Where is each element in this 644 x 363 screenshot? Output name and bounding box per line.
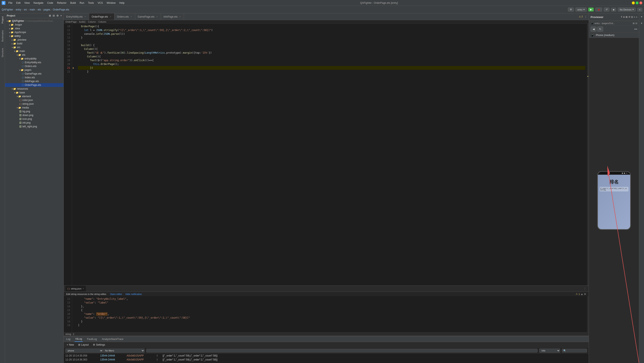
log-layout-button[interactable]: ⊞ Layout (77, 343, 90, 347)
code-content[interactable]: OrderPage(){ let l = JSON.stringify("[{\… (76, 24, 587, 286)
log-tab-analyze[interactable]: AnalyzeStackTrace (101, 336, 124, 342)
sidebar-btn-settings[interactable]: ⚙ (56, 14, 59, 17)
tree-item-root[interactable]: ▾ 📁 QAFighter C:\Users\qwe84\DevEcoStudi… (5, 19, 64, 23)
menu-build[interactable]: Build (68, 1, 78, 5)
vtab-right-1[interactable]: ▲ (640, 15, 643, 19)
tree-item-element[interactable]: ▾ 📁 element (5, 94, 64, 98)
tree-item-init-png[interactable]: 🖼 init.png (5, 121, 64, 125)
bc-orderpage[interactable]: OrderPage (66, 20, 77, 23)
hide-notification-link[interactable]: Hide notification (126, 293, 142, 295)
preview-ctrl-icon[interactable]: ⊞ (633, 22, 634, 25)
maximize-button[interactable]: □ (636, 1, 638, 4)
open-editor-link[interactable]: Open editor (110, 293, 122, 295)
breadcrumb-file[interactable]: OrderPage.ets (53, 8, 69, 11)
tree-item-entryability[interactable]: ▾ 📁 entryability (5, 57, 64, 60)
no-devices-selector[interactable]: No Devices ▾ (618, 7, 636, 11)
font-icon[interactable]: A (623, 16, 625, 18)
breadcrumb-pages[interactable]: pages (44, 8, 50, 11)
menu-refactor[interactable]: Refactor (55, 1, 68, 5)
menu-run[interactable]: Run (78, 1, 86, 5)
tree-item-pages[interactable]: ▾ 📁 pages (5, 68, 64, 72)
preview-ctrl-icon2[interactable]: ⊟ (636, 22, 637, 25)
log-add-button[interactable]: + New (66, 343, 75, 347)
tree-item-down-png[interactable]: 🖼 down.png (5, 113, 64, 117)
settings-toolbar-btn[interactable]: ⚙ (568, 7, 574, 11)
tree-item-icon-png[interactable]: 🖼 icon.png (5, 117, 64, 121)
editor-scrollbar[interactable] (587, 24, 589, 286)
tree-item-src[interactable]: ▾ 📁 src (5, 45, 64, 49)
device-selector[interactable]: entry ▾ (576, 7, 586, 11)
log-settings-button[interactable]: ⚙ Settings (92, 343, 106, 347)
log-level-select[interactable]: Info (539, 349, 560, 353)
reload-button[interactable]: ↺ (604, 7, 610, 11)
editor-tabs-more[interactable]: ⋮ (584, 15, 587, 18)
panel-tab-string-close[interactable]: × (83, 287, 84, 290)
string-scrollbar[interactable] (587, 296, 589, 332)
log-row-2[interactable]: 11-26 10:14:36.363 13544-24444 A0c0d0/JS… (64, 358, 589, 362)
tab-orders[interactable]: Orders.ets × (114, 13, 135, 20)
bc-column2[interactable]: Column (98, 20, 106, 23)
menu-code[interactable]: Code (46, 1, 55, 5)
stop-button[interactable]: ■ (611, 8, 616, 11)
menu-view[interactable]: View (23, 1, 32, 5)
menu-edit[interactable]: Edit (14, 1, 22, 5)
log-tab-faultlog[interactable]: FaultLog (86, 336, 98, 342)
vtab-right-2[interactable]: ▼ (640, 21, 643, 25)
tree-item-base[interactable]: ▾ 📁 base (5, 91, 64, 94)
sidebar-btn-expand[interactable]: ⊞ (49, 14, 51, 17)
breadcrumb-ets[interactable]: ets (38, 8, 41, 11)
sidebar-btn-collapse[interactable]: ⊟ (52, 14, 55, 17)
tree-item-idea[interactable]: ▸ 📁 .idea (5, 26, 64, 30)
prev-back-btn[interactable]: ◀ (590, 26, 596, 32)
tab-entryability-close[interactable]: × (84, 15, 86, 18)
tree-item-entryability-ts[interactable]: ⬡ EntryAbility.ets (5, 60, 64, 64)
tab-orderpage-close[interactable]: × (109, 15, 112, 18)
log-row-1[interactable]: 11-26 10:14:35.058 13544-24444 A0c0d0/JS… (64, 354, 589, 358)
log-search-text[interactable] (146, 349, 538, 353)
tree-item-entry[interactable]: ▾ 📁 entry (5, 34, 64, 38)
fit-icon[interactable]: ⊡ (631, 16, 633, 18)
log-search-input[interactable] (562, 349, 587, 353)
tab-infopage-close[interactable]: × (179, 15, 181, 18)
grid-icon[interactable]: ⊞ (626, 16, 628, 18)
rotate-icon[interactable]: ↺ (628, 16, 630, 18)
bc-column1[interactable]: Column (88, 20, 96, 23)
log-tab-log[interactable]: Log (66, 336, 71, 342)
tree-item-orderpage[interactable]: ⬡ OrderPage.ets (5, 83, 64, 87)
tab-orders-close[interactable]: × (130, 15, 132, 18)
zoom-in-icon[interactable]: + (634, 16, 635, 18)
prev-rotate-btn[interactable]: ↻ (597, 26, 603, 32)
tree-item-appscope[interactable]: ▸ 📁 AppScope (5, 30, 64, 34)
log-filter-select[interactable]: No filters (103, 349, 144, 353)
close-button[interactable]: × (640, 1, 642, 4)
vtab-structure[interactable]: Structure (1, 47, 4, 58)
vtab-bookmarks[interactable]: Bookmarks (1, 29, 4, 42)
menu-navigate[interactable]: Navigate (32, 1, 45, 5)
tree-item-preview[interactable]: ▸ 📁 .preview (5, 38, 64, 42)
tree-item-ets[interactable]: ▾ 📁 ets (5, 53, 64, 57)
tree-item-bg-png[interactable]: 🖼 bg.png (5, 109, 64, 113)
menu-help[interactable]: Help (118, 1, 126, 5)
panel-options-btn[interactable]: ⋮ (583, 287, 587, 290)
panel-tab-string-json[interactable]: { } string.json × (66, 286, 86, 291)
tab-info-page[interactable]: InfoPage.ets × (161, 13, 184, 20)
tree-item-build[interactable]: ▸ 📁 build (5, 42, 64, 45)
breadcrumb-project[interactable]: QAFighter (2, 8, 13, 11)
breadcrumb-src[interactable]: src (24, 8, 27, 11)
prev-more-btn[interactable]: ••• (634, 27, 637, 31)
string-fold-up[interactable]: ▲ (581, 293, 583, 295)
tree-item-hvigor[interactable]: ▸ 📁 .hvigor (5, 23, 64, 26)
tree-item-color-json[interactable]: { } color.json (5, 98, 64, 102)
minimize-button[interactable]: − (632, 1, 635, 4)
breadcrumb-main[interactable]: main (30, 8, 35, 11)
tree-item-media[interactable]: ▾ 📁 media (5, 106, 64, 109)
tree-item-index[interactable]: ⬡ Index.ets (5, 76, 64, 79)
run-button[interactable]: ▶ (588, 7, 594, 11)
tab-game-page[interactable]: GamePage.ets × (135, 13, 161, 20)
tab-order-page[interactable]: OrderPage.ets × (89, 13, 114, 20)
device-filter-select[interactable]: phone (66, 349, 103, 353)
breadcrumb-entry[interactable]: entry (16, 8, 22, 11)
vtab-project[interactable]: Project (1, 15, 4, 25)
tree-item-leftright-png[interactable]: 🖼 left_right.png (5, 125, 64, 128)
tree-item-gamepage[interactable]: ⬡ GamePage.ets (5, 72, 64, 76)
